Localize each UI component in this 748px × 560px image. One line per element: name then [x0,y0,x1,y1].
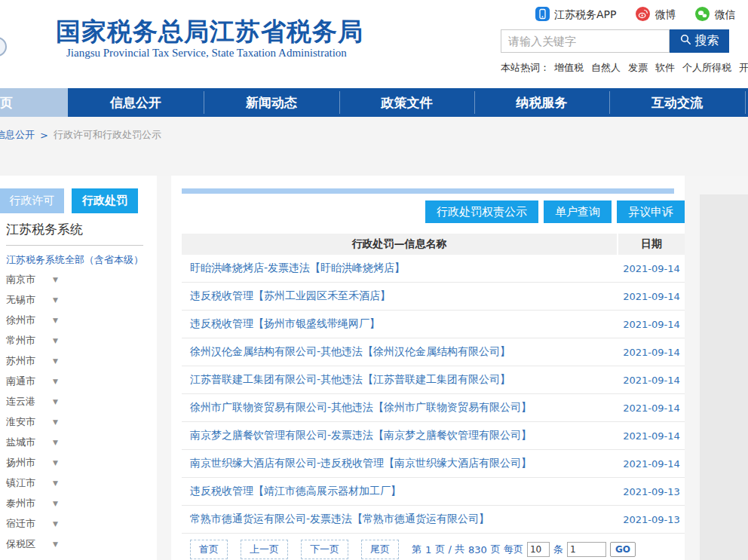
region-label: 扬州市 [6,456,41,470]
weibo-icon [636,7,650,23]
penalty-date: 2021-09-14 [618,263,685,274]
table-row: 盱眙洪峰烧烤店-发票违法【盱眙洪峰烧烤店】2021-09-14 [182,255,685,283]
site-search: 搜索 [501,29,729,53]
weibo-link[interactable]: 微博 [636,7,676,23]
cropped-right-panel [700,194,748,560]
penalty-link[interactable]: 南京世织缘大酒店有限公司-违反税收管理【南京世织缘大酒店有限公司】 [190,457,532,470]
total-pages-number: 830 [468,544,487,555]
chevron-down-icon: ▼ [53,357,58,365]
chevron-down-icon: ▼ [53,500,58,507]
table-row: 常熟市德通货运有限公司-发票违法【常熟市德通货运有限公司】2021-09-13 [182,506,685,534]
sidebar-item-xuzhou[interactable]: 徐州市▼ [6,310,151,330]
first-page-button[interactable]: 首页 [190,540,228,559]
breadcrumb-separator: > [40,130,48,141]
hot-words-label: 本站热词： [501,62,550,73]
single-household-query-button[interactable]: 单户查询 [544,200,612,223]
penalty-date: 2021-09-14 [618,347,685,358]
sidebar-item-lianyungang[interactable]: 连云港▼ [6,391,151,412]
region-label: 宿迁市 [6,517,41,531]
nav-tab-interaction[interactable]: 互动交流 [609,88,745,117]
go-button[interactable]: GO [610,542,636,557]
action-buttons: 行政处罚权责公示 单户查询 异议申诉 [425,200,685,223]
sidebar-item-yuanqu[interactable]: 园区▼ [6,554,151,560]
breadcrumb-parent-link[interactable]: 信息公开 [0,128,35,142]
chevron-down-icon: ▼ [53,398,58,405]
region-label: 南通市 [6,375,41,388]
penalty-date: 2021-09-14 [618,375,685,386]
sidebar-item-zhenjiang[interactable]: 镇江市▼ [6,473,151,493]
penalty-link[interactable]: 盱眙洪峰烧烤店-发票违法【盱眙洪峰烧烤店】 [190,262,405,275]
sidebar-all-link[interactable]: 江苏税务系统全部（含省本级） [6,253,143,267]
prev-page-button[interactable]: 上一页 [241,540,288,559]
nav-tab-news[interactable]: 新闻动态 [204,88,339,117]
sidebar-item-huaian[interactable]: 淮安市▼ [6,412,151,432]
pagination: 首页 上一页 下一页 尾页 第 1 页 / 共 830 页 每页 条 GO [190,540,636,559]
hot-word-link[interactable]: 软件 [655,62,675,73]
region-label: 盐城市 [6,436,41,449]
sidebar-tab-administrative-penalty[interactable]: 行政处罚 [72,188,138,213]
site-subtitle: Jiangsu Provincial Tax Service, State Ta… [66,47,347,60]
table-header-date: 日期 [618,234,685,255]
app-link[interactable]: 江苏税务APP [535,7,616,23]
table-row: 违反税收管理【靖江市德高展示器材加工厂】2021-09-13 [182,478,685,506]
search-input[interactable] [501,29,670,53]
penalty-date: 2021-09-14 [618,458,685,470]
current-page-number: 1 [425,544,431,555]
penalty-link[interactable]: 南京梦之膳餐饮管理有限公司-发票违法【南京梦之膳餐饮管理有限公司】 [190,429,532,442]
sidebar-item-taizhou[interactable]: 泰州市▼ [6,493,151,513]
penalty-link[interactable]: 违反税收管理【苏州工业园区禾至禾酒店】 [190,289,391,303]
region-label: 无锡市 [6,293,41,307]
accent-bar [182,188,674,194]
objection-appeal-button[interactable]: 异议申诉 [617,200,685,223]
sidebar-item-nantong[interactable]: 南通市▼ [6,371,151,391]
sidebar-item-wuxi[interactable]: 无锡市▼ [6,289,151,310]
penalty-link[interactable]: 常熟市德通货运有限公司-发票违法【常熟市德通货运有限公司】 [190,513,489,526]
hot-words-row: 本站热词：增值税自然人发票软件个人所得税开 [501,61,748,75]
app-link-label: 江苏税务APP [554,8,616,22]
next-page-button[interactable]: 下一页 [301,540,348,559]
chevron-down-icon: ▼ [53,296,58,304]
nav-tab-tax-service[interactable]: 纳税服务 [474,88,609,117]
search-button[interactable]: 搜索 [670,29,729,53]
penalty-link[interactable]: 江苏普联建工集团有限公司-其他违法【江苏普联建工集团有限公司】 [190,373,510,387]
sidebar-item-yangzhou[interactable]: 扬州市▼ [6,452,151,473]
main-nav: 首页 信息公开 新闻动态 政策文件 纳税服务 互动交流 [0,88,748,117]
sidebar-item-baoshuiqu[interactable]: 保税区▼ [6,534,151,554]
hot-word-link[interactable]: 个人所得税 [682,62,731,73]
hot-word-link[interactable]: 发票 [628,62,648,73]
search-icon [680,34,691,48]
per-page-input[interactable] [527,542,550,557]
national-emblem-partial [0,37,7,57]
region-label: 淮安市 [6,415,41,429]
nav-separator [204,91,204,114]
region-label: 徐州市 [6,314,41,327]
table-row: 徐州市广联物资贸易有限公司-其他违法【徐州市广联物资贸易有限公司】2021-09… [182,394,685,422]
penalty-date: 2021-09-14 [618,430,685,442]
chevron-down-icon: ▼ [53,276,58,283]
sidebar-tab-administrative-permit[interactable]: 行政许可 [0,188,64,213]
sidebar-item-yancheng[interactable]: 盐城市▼ [6,432,151,452]
region-label: 保税区 [6,537,41,551]
penalty-link[interactable]: 违反税收管理【靖江市德高展示器材加工厂】 [190,485,401,498]
nav-tab-policy[interactable]: 政策文件 [339,88,474,117]
penalty-link[interactable]: 违反税收管理【扬州市银盛线带绳网厂】 [190,317,380,331]
wechat-link[interactable]: 微信 [695,7,735,23]
sidebar-item-suzhou[interactable]: 苏州市▼ [6,350,151,371]
sidebar-item-changzhou[interactable]: 常州市▼ [6,330,151,350]
hot-word-link[interactable]: 开 [739,62,748,73]
penalty-link[interactable]: 徐州市广联物资贸易有限公司-其他违法【徐州市广联物资贸易有限公司】 [190,401,532,415]
last-page-button[interactable]: 尾页 [361,540,399,559]
nav-tab-home[interactable]: 首页 [0,88,68,117]
sidebar-item-suqian[interactable]: 宿迁市▼ [6,513,151,534]
goto-page-input[interactable] [567,542,606,557]
penalty-link[interactable]: 徐州汉伦金属结构有限公司-其他违法【徐州汉伦金属结构有限公司】 [190,345,510,359]
table-header: 行政处罚—信息名称 日期 [182,234,685,255]
hot-word-link[interactable]: 自然人 [591,62,621,73]
hot-word-link[interactable]: 增值税 [554,62,584,73]
penalty-duty-disclosure-button[interactable]: 行政处罚权责公示 [425,200,538,223]
table-header-name: 行政处罚—信息名称 [182,234,617,255]
nav-separator [339,91,340,114]
sidebar-item-nanjing[interactable]: 南京市▼ [6,269,151,289]
wechat-icon [695,7,710,23]
nav-tab-info-disclosure[interactable]: 信息公开 [68,88,204,117]
